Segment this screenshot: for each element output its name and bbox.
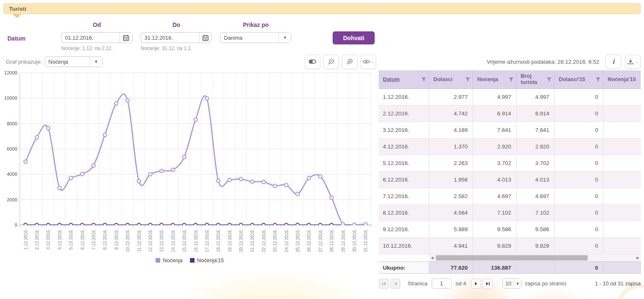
svg-text:10.12.2016.: 10.12.2016. [125,229,130,252]
column-label[interactable]: Noćenja [477,77,509,83]
svg-text:23.12.2016.: 23.12.2016. [272,229,277,252]
last-page-button[interactable] [483,279,493,289]
record-range-text: 1 - 10 od 31 zapisa [595,280,641,287]
column-header[interactable]: Noćenja [473,70,517,89]
page-number-input[interactable] [432,278,452,289]
filter-icon[interactable] [509,77,514,82]
scroll-left-icon[interactable]: ◀ [429,254,435,261]
cell-datum: 3.12.2016. [379,122,429,138]
decorative-blob [621,288,644,299]
column-header[interactable]: Noćenja'15 [603,70,641,89]
svg-text:22.12.2016.: 22.12.2016. [261,229,266,252]
table-row[interactable]: 8.12.2016.4.5647.1027.1020 [379,205,641,221]
cell-broj: 6.914 [517,105,555,122]
cell-nocenja: 4.697 [473,188,517,204]
cell-datum: 8.12.2016. [379,205,429,221]
legend-label: Noćenja'15 [197,257,224,263]
info-button[interactable]: i [606,55,621,69]
cell-dolasci15: 0 [555,89,603,105]
cell-dolasci15: 0 [555,122,603,138]
svg-text:16.12.2016.: 16.12.2016. [193,229,198,252]
filter-icon[interactable] [547,77,552,82]
svg-text:30.12.2016.: 30.12.2016. [352,229,357,252]
toggle-series-button[interactable] [305,55,320,69]
total-broj-turista [517,262,555,273]
prev-page-icon [394,282,397,286]
visibility-menu-button[interactable]: ⌄ [360,55,376,69]
column-label[interactable]: Datum [383,77,421,83]
dohvati-button[interactable]: Dohvati [333,31,375,44]
prev-page-button[interactable] [390,279,400,289]
svg-text:2.12.2016.: 2.12.2016. [34,229,39,250]
filter-icon[interactable] [421,77,426,82]
table-row[interactable]: 7.12.2016.2.5824.6974.6970 [379,188,641,205]
cell-nocenja15 [603,155,641,171]
date-from-wrap [61,32,132,43]
column-label[interactable]: Dolasci'15 [559,77,596,83]
column-label[interactable]: Noćenja'15 [608,77,638,83]
legend-item[interactable]: Noćenja [156,257,183,263]
export-button[interactable]: ⌄ [625,55,641,69]
svg-text:2000: 2000 [7,197,17,202]
table-row[interactable]: 3.12.2016.4.1697.6417.6410 [379,122,641,139]
tab-turisti[interactable]: Turisti [3,3,641,14]
legend-swatch [190,258,195,263]
chart-canvas[interactable]: 0200040006000800010000120001.12.2016.2.1… [3,70,373,257]
column-label[interactable]: Dolasci [433,77,465,83]
graf-prikazuje-select[interactable]: Noćenja ▼ [45,56,103,67]
table-row[interactable]: 5.12.2016.2.2633.7023.7020 [379,155,641,172]
cell-broj: 7.102 [517,205,555,221]
svg-text:6000: 6000 [7,146,17,151]
calendar-icon[interactable] [120,33,132,43]
table-row[interactable]: 1.12.2016.2.9774.9974.9970 [379,89,641,105]
filter-icon[interactable] [596,77,601,82]
table-row[interactable]: 4.12.2016.1.3702.9202.9200 [379,139,641,155]
chevron-down-icon[interactable]: ▼ [279,33,291,43]
cell-dolasci: 4.169 [429,122,473,138]
filter-icon[interactable] [465,77,470,82]
scroll-right-icon[interactable]: ▶ [635,254,641,261]
prikaz-po-value: Danima [221,33,279,43]
svg-text:24.12.2016.: 24.12.2016. [284,229,289,252]
scrollbar-track[interactable] [435,255,635,261]
toggle-icon [308,59,317,64]
table-row[interactable]: 10.12.2016.4.9419.8299.8290 [379,238,641,254]
svg-text:10000: 10000 [4,96,17,100]
date-from-input[interactable] [62,33,120,43]
cell-nocenja: 3.702 [473,155,517,171]
prikaz-po-select[interactable]: Danima ▼ [220,32,291,43]
first-page-button[interactable] [379,279,389,289]
page-size-select[interactable]: 10 ▼ [502,278,521,289]
table-row[interactable]: 2.12.2016.4.7426.9146.9140 [379,105,641,122]
table-row[interactable]: 6.12.2016.1.9564.0134.0130 [379,172,641,188]
svg-text:12.12.2016.: 12.12.2016. [148,229,153,252]
zoom-in-button[interactable] [342,55,358,69]
column-header[interactable]: Broj turista [517,70,555,89]
table-row[interactable]: 9.12.2016.5.9899.5869.5860 [379,221,641,238]
cell-datum: 2.12.2016. [379,105,429,122]
cell-dolasci15: 0 [555,139,603,155]
cell-broj: 3.702 [517,155,555,171]
chevron-down-icon[interactable]: ▼ [514,279,521,288]
column-header[interactable]: Dolasci'15 [555,70,603,89]
cell-dolasci: 1.370 [429,139,473,155]
datum-label: Datum [7,35,26,42]
cell-broj: 9.829 [517,238,555,254]
column-label[interactable]: Broj turista [521,73,547,86]
next-page-button[interactable] [471,279,481,289]
svg-text:17.12.2016.: 17.12.2016. [204,229,209,252]
legend-item[interactable]: Noćenja'15 [190,257,224,263]
date-to-input[interactable] [141,33,199,43]
calendar-icon[interactable] [199,33,211,43]
chevron-down-icon[interactable]: ▼ [90,57,102,67]
svg-text:31.12.2016.: 31.12.2016. [363,229,368,252]
svg-text:19.12.2016.: 19.12.2016. [227,229,232,252]
horizontal-scrollbar[interactable]: ◀ ▶ [429,254,641,261]
column-header[interactable]: Datum [379,70,429,89]
zoom-out-button[interactable] [323,55,339,69]
cell-datum: 9.12.2016. [379,221,429,237]
cell-nocenja15 [603,172,641,188]
cell-nocenja15 [603,238,641,254]
scrollbar-thumb[interactable] [436,255,588,261]
column-header[interactable]: Dolasci [429,70,473,89]
